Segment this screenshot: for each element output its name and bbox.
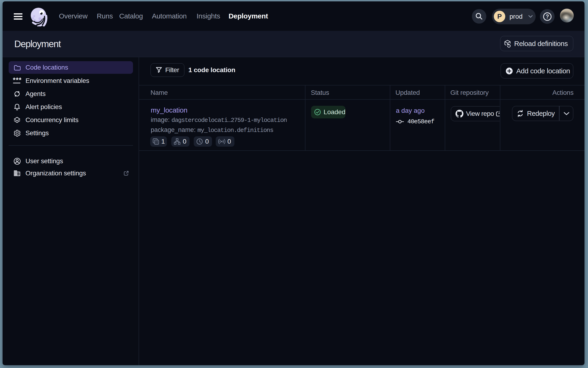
svg-text:***: ***	[13, 77, 21, 83]
svg-text:?: ?	[545, 14, 549, 20]
